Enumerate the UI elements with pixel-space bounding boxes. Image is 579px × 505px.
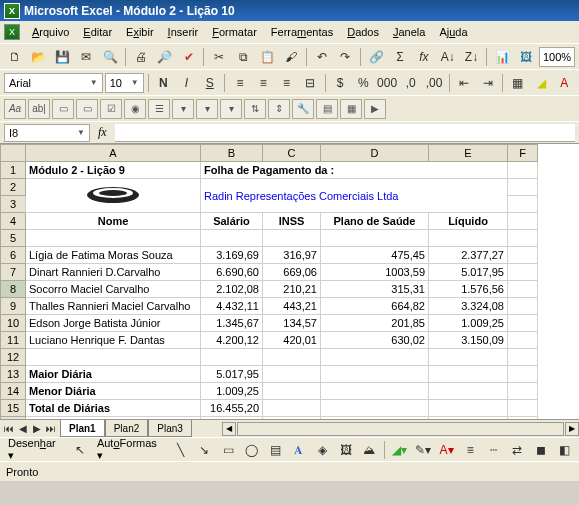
cell[interactable]	[508, 196, 538, 213]
cell[interactable]: 4.200,12	[201, 332, 263, 349]
cell[interactable]	[508, 264, 538, 281]
row-header[interactable]: 4	[1, 213, 26, 230]
menu-help[interactable]: Ajuda	[433, 24, 473, 40]
cell[interactable]	[26, 349, 201, 366]
cell[interactable]: 2.377,27	[429, 247, 508, 264]
cell[interactable]: 2.742,53	[201, 417, 263, 420]
cell[interactable]: Total de Diárias	[26, 400, 201, 417]
cell[interactable]: 669,06	[263, 264, 321, 281]
col-header-c[interactable]: C	[263, 145, 321, 162]
cell[interactable]: Nome	[26, 213, 201, 230]
code-control[interactable]: ▤	[316, 99, 338, 119]
cell[interactable]	[263, 230, 321, 247]
workbook-icon[interactable]: X	[4, 24, 20, 40]
cell[interactable]	[263, 383, 321, 400]
col-header-f[interactable]: F	[508, 145, 538, 162]
drawing-button[interactable]: 🖼	[515, 46, 537, 68]
picture-button[interactable]: ⛰	[358, 439, 380, 461]
font-combo[interactable]: Arial▼	[4, 73, 103, 93]
cell[interactable]: 1.576,56	[429, 281, 508, 298]
cell[interactable]: Socorro Maciel Carvalho	[26, 281, 201, 298]
cell[interactable]: 630,02	[321, 332, 429, 349]
col-header-e[interactable]: E	[429, 145, 508, 162]
row-header[interactable]: 14	[1, 383, 26, 400]
cell[interactable]: 664,82	[321, 298, 429, 315]
cell[interactable]	[263, 349, 321, 366]
select-objects-button[interactable]: ↖	[69, 439, 91, 461]
edit-control[interactable]: ab|	[28, 99, 50, 119]
tab-prev-button[interactable]: ◀	[16, 423, 30, 434]
row-header[interactable]: 2	[1, 179, 26, 196]
cell[interactable]: 1.009,25	[201, 383, 263, 400]
cell[interactable]: 134,57	[263, 315, 321, 332]
shadow-button[interactable]: ◼	[530, 439, 552, 461]
cell[interactable]: Líquido	[429, 213, 508, 230]
percent-button[interactable]: %	[353, 72, 374, 94]
copy-button[interactable]: ⧉	[232, 46, 254, 68]
line-button[interactable]: ╲	[170, 439, 192, 461]
cell[interactable]: 16.455,20	[201, 400, 263, 417]
row-header[interactable]: 10	[1, 315, 26, 332]
arrow-button[interactable]: ↘	[194, 439, 216, 461]
open-button[interactable]: 📂	[28, 46, 50, 68]
cell[interactable]: 6.690,60	[201, 264, 263, 281]
cell[interactable]: Thalles Rannieri Maciel Carvalho	[26, 298, 201, 315]
fx-label[interactable]: fx	[98, 125, 107, 140]
line-color-button[interactable]: ✎▾	[412, 439, 434, 461]
cell[interactable]	[508, 281, 538, 298]
properties-control[interactable]: 🔧	[292, 99, 314, 119]
sort-desc-button[interactable]: Z↓	[461, 46, 483, 68]
label-control[interactable]: Aa	[4, 99, 26, 119]
combo-control[interactable]: ▾	[172, 99, 194, 119]
currency-button[interactable]: $	[330, 72, 351, 94]
scroll-left-button[interactable]: ◀	[222, 422, 236, 436]
bold-button[interactable]: N	[153, 72, 174, 94]
sort-asc-button[interactable]: A↓	[437, 46, 459, 68]
cell[interactable]: Plano de Saúde	[321, 213, 429, 230]
cell[interactable]	[508, 349, 538, 366]
save-button[interactable]: 💾	[52, 46, 74, 68]
menu-file[interactable]: Arquivo	[26, 24, 75, 40]
textbox-button[interactable]: ▤	[264, 439, 286, 461]
name-box[interactable]: I8▼	[4, 124, 90, 142]
tab-last-button[interactable]: ⏭	[44, 423, 58, 434]
function-button[interactable]: fx	[413, 46, 435, 68]
redo-button[interactable]: ↷	[335, 46, 357, 68]
cell[interactable]	[26, 230, 201, 247]
cell[interactable]	[508, 417, 538, 420]
cell[interactable]	[508, 298, 538, 315]
cell[interactable]: 316,97	[263, 247, 321, 264]
cell[interactable]: Módulo 2 - Lição 9	[26, 162, 201, 179]
cell[interactable]	[263, 400, 321, 417]
cell[interactable]: Maior Diária	[26, 366, 201, 383]
rectangle-button[interactable]: ▭	[217, 439, 239, 461]
cell[interactable]: 1003,59	[321, 264, 429, 281]
cell[interactable]	[201, 230, 263, 247]
cell[interactable]: 2.102,08	[201, 281, 263, 298]
zoom-combo[interactable]: 100%	[539, 47, 575, 67]
3d-button[interactable]: ◧	[553, 439, 575, 461]
row-header[interactable]: 6	[1, 247, 26, 264]
search-button[interactable]: 🔍	[99, 46, 121, 68]
cell[interactable]	[508, 383, 538, 400]
increase-indent-button[interactable]: ⇥	[477, 72, 498, 94]
cell[interactable]: 5.017,95	[429, 264, 508, 281]
fill-color-button[interactable]: ◢	[530, 72, 551, 94]
clipart-button[interactable]: 🖼	[335, 439, 357, 461]
cell[interactable]: 443,21	[263, 298, 321, 315]
decrease-indent-button[interactable]: ⇤	[454, 72, 475, 94]
cell[interactable]	[429, 366, 508, 383]
increase-decimal-button[interactable]: ,0	[400, 72, 421, 94]
chart-button[interactable]: 📊	[491, 46, 513, 68]
row-header[interactable]: 3	[1, 196, 26, 213]
tab-first-button[interactable]: ⏮	[2, 423, 16, 434]
cell[interactable]: 1.345,67	[201, 315, 263, 332]
cell[interactable]	[321, 349, 429, 366]
cell[interactable]: 5.017,95	[201, 366, 263, 383]
cell[interactable]: Edson Jorge Batista Júnior	[26, 315, 201, 332]
decrease-decimal-button[interactable]: ,00	[423, 72, 444, 94]
row-header[interactable]: 16	[1, 417, 26, 420]
autosum-button[interactable]: Σ	[389, 46, 411, 68]
cell[interactable]: Média de Diária	[26, 417, 201, 420]
row-header[interactable]: 9	[1, 298, 26, 315]
